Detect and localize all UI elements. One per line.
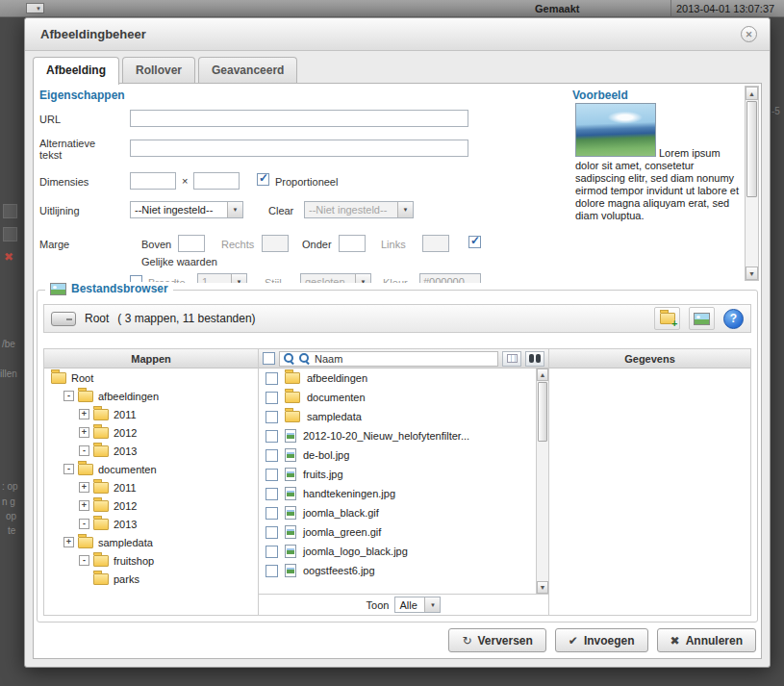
show-label: Toon — [367, 599, 390, 611]
tree-item[interactable]: parks — [44, 570, 258, 588]
expand-icon[interactable]: + — [79, 500, 89, 511]
columns-view-button[interactable] — [502, 351, 521, 367]
file-list-scrollbar[interactable] — [536, 368, 548, 594]
insert-button[interactable]: Invoegen — [555, 628, 648, 652]
tab-geavanceerd[interactable]: Geavanceerd — [198, 57, 297, 83]
file-checkbox[interactable] — [266, 392, 278, 404]
zoom-out-icon[interactable] — [299, 353, 310, 364]
collapse-icon[interactable]: - — [63, 464, 74, 474]
file-checkbox[interactable] — [266, 449, 278, 462]
file-checkbox[interactable] — [266, 565, 278, 577]
tab-rollover[interactable]: Rollover — [122, 57, 195, 83]
file-checkbox[interactable] — [266, 526, 278, 539]
file-row[interactable]: handtekeningen.jpg — [259, 484, 536, 503]
tree-item[interactable]: -documenten — [44, 460, 258, 478]
scroll-up-icon[interactable] — [537, 368, 548, 381]
image-file-icon — [285, 506, 296, 520]
background-text-fragment: : op — [2, 481, 18, 492]
equal-values-checkbox[interactable] — [468, 236, 481, 248]
file-row[interactable]: fruits.jpg — [259, 465, 536, 484]
zoom-in-icon[interactable] — [284, 353, 294, 364]
scrollbar-thumb[interactable] — [746, 101, 757, 197]
url-input[interactable] — [130, 110, 468, 127]
image-manager-dialog: Afbeeldingbeheer Afbeelding Rollover Gea… — [24, 17, 771, 668]
refresh-button[interactable]: Verversen — [448, 628, 545, 652]
expand-icon[interactable]: + — [79, 427, 89, 438]
insert-label: Invoegen — [584, 634, 635, 648]
drive-icon — [51, 312, 76, 326]
border-style-select[interactable]: gesloten — [300, 273, 371, 283]
margin-bottom-input[interactable] — [339, 235, 366, 252]
dialog-titlebar[interactable]: Afbeeldingbeheer — [25, 18, 770, 51]
margin-bottom-label: Onder — [302, 239, 332, 250]
border-width-select[interactable]: 1 — [197, 273, 247, 283]
collapse-icon[interactable]: - — [79, 555, 89, 566]
scroll-up-icon[interactable] — [746, 87, 758, 100]
file-row[interactable]: joomla_black.gif — [259, 503, 536, 522]
properties-scrollbar[interactable] — [745, 86, 759, 281]
file-checkbox[interactable] — [266, 411, 278, 423]
tree-item[interactable]: -2013 — [44, 442, 258, 460]
tree-item[interactable]: +2011 — [44, 478, 258, 496]
upload-button[interactable] — [689, 307, 715, 330]
background-text-fragment: te — [8, 525, 15, 536]
collapse-icon[interactable]: - — [79, 519, 89, 529]
collapse-icon[interactable]: - — [79, 445, 89, 456]
tree-item-label: documenten — [98, 464, 157, 475]
scroll-down-icon[interactable] — [746, 267, 758, 280]
path-info: ( 3 mappen, 11 bestanden) — [117, 312, 255, 325]
tree-item-label: 2011 — [114, 482, 137, 494]
preview-image — [575, 103, 656, 157]
tree-item[interactable]: +2012 — [44, 496, 258, 515]
help-button[interactable] — [723, 309, 744, 329]
file-row[interactable]: joomla_green.gif — [259, 522, 536, 542]
alt-text-input[interactable] — [130, 140, 468, 157]
tree-item[interactable]: +sampledata — [44, 533, 258, 551]
file-checkbox[interactable] — [266, 430, 278, 443]
new-folder-button[interactable] — [654, 307, 680, 330]
file-row[interactable]: documenten — [259, 388, 536, 407]
cancel-button[interactable]: Annuleren — [657, 628, 756, 652]
tab-afbeelding[interactable]: Afbeelding — [33, 57, 119, 85]
file-row[interactable]: joomla_logo_black.jpg — [259, 542, 536, 561]
expand-icon[interactable]: + — [63, 537, 74, 547]
path-root-link[interactable]: Root — [85, 312, 109, 325]
file-checkbox[interactable] — [266, 488, 278, 500]
expand-icon[interactable]: + — [79, 409, 89, 419]
select-all-checkbox[interactable] — [263, 352, 275, 365]
close-icon[interactable] — [741, 26, 757, 42]
equal-values-label: Gelijke waarden — [141, 256, 217, 267]
tree-item[interactable]: +2011 — [44, 405, 258, 423]
tree-item[interactable]: -fruitshop — [44, 551, 258, 570]
proportional-checkbox[interactable] — [257, 173, 269, 186]
file-row[interactable]: sampledata — [259, 407, 536, 426]
file-checkbox[interactable] — [266, 372, 278, 385]
tree-item[interactable]: +2012 — [44, 423, 258, 442]
border-color-input[interactable] — [419, 273, 481, 283]
file-row[interactable]: afbeeldingen — [259, 368, 536, 388]
margin-top-input[interactable] — [178, 235, 205, 252]
file-row[interactable]: 2012-10-20_Nieuw_helofytenfilter... — [259, 426, 536, 445]
height-input[interactable] — [193, 172, 240, 190]
tree-item[interactable]: -afbeeldingen — [44, 387, 258, 405]
tree-item-root[interactable]: Root — [44, 368, 258, 387]
show-filter-select[interactable]: Alle — [394, 597, 441, 613]
image-file-icon — [285, 564, 296, 577]
width-input[interactable] — [130, 172, 176, 190]
file-checkbox[interactable] — [266, 469, 278, 481]
expand-icon[interactable]: + — [79, 482, 89, 493]
background-text-fragment: /be — [2, 339, 15, 349]
clear-select[interactable]: --Niet ingesteld-- — [304, 201, 414, 218]
search-button[interactable] — [525, 351, 544, 367]
file-row[interactable]: de-bol.jpg — [259, 445, 536, 465]
alignment-select[interactable]: --Niet ingesteld-- — [130, 201, 243, 218]
file-checkbox[interactable] — [266, 546, 278, 558]
collapse-icon[interactable]: - — [63, 391, 74, 401]
file-checkbox[interactable] — [266, 507, 278, 520]
file-name: afbeeldingen — [307, 372, 367, 384]
tree-item[interactable]: -2013 — [44, 515, 258, 533]
name-sort-header[interactable]: Naam — [279, 351, 498, 367]
file-row[interactable]: oogstfeest6.jpg — [259, 561, 536, 580]
scrollbar-thumb[interactable] — [538, 382, 547, 442]
scroll-down-icon[interactable] — [537, 581, 548, 594]
